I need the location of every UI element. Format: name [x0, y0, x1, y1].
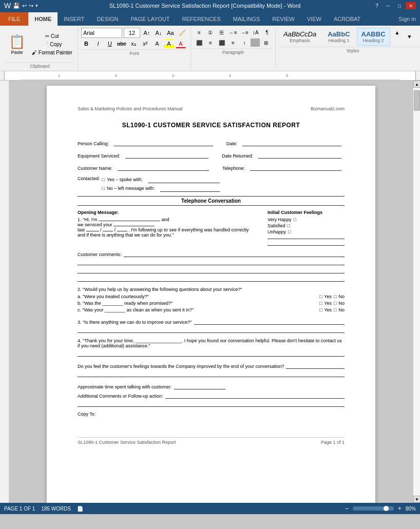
header-left: Sales & Marketing Policies and Procedure… [78, 106, 183, 111]
tab-design[interactable]: DESIGN [90, 12, 124, 26]
font-grow-button[interactable]: A↑ [142, 28, 152, 37]
q2b-text: b. "Was the ________ ready when promised… [78, 301, 173, 306]
styles-expand[interactable]: ⊞ [417, 36, 420, 46]
word-icon: W [4, 2, 11, 10]
para-row1: ≡ ① ☰ ←≡ →≡ ↕A ¶ [194, 28, 272, 37]
paste-icon: 📋 [9, 34, 25, 50]
content-area[interactable]: Sales & Marketing Policies and Procedure… [9, 81, 413, 503]
tab-view[interactable]: VIEW [301, 12, 328, 26]
font-name-input[interactable] [81, 28, 122, 38]
q5-text: Do you feel the customer's feelings towa… [78, 364, 284, 369]
q2-answers: a. "Were you treated courteously?" □ Yes… [78, 294, 345, 312]
yes-checkbox: □ [102, 177, 105, 182]
svg-text:4: 4 [229, 74, 231, 77]
signin-link[interactable]: Sign in [398, 16, 416, 22]
style-heading1[interactable]: AaBbC Heading 1 [323, 28, 354, 46]
q2c-text: c. "Was your ________ as clean as when y… [78, 307, 194, 312]
tab-review[interactable]: REVIEW [266, 12, 300, 26]
q2b-no-label: No [338, 301, 345, 306]
emphasis-preview: AaBbCcDa [283, 30, 316, 38]
heading1-preview: AaBbC [328, 30, 350, 38]
font-shrink-button[interactable]: A↓ [154, 28, 164, 37]
justify-button[interactable]: ≡ [228, 38, 238, 47]
strikethrough-button[interactable]: abc [117, 39, 127, 48]
quick-access-save[interactable]: 💾 [13, 3, 20, 9]
tab-mailings[interactable]: MAILINGS [227, 12, 266, 26]
layout-icon[interactable]: 📄 [77, 506, 83, 512]
increase-indent-button[interactable]: →≡ [239, 28, 250, 37]
multilevel-list-button[interactable]: ☰ [217, 28, 227, 37]
scroll-thumb[interactable] [414, 90, 420, 111]
zoom-out-button[interactable]: − [345, 505, 349, 512]
line-spacing-button[interactable]: ↕ [239, 38, 250, 47]
decrease-indent-button[interactable]: ←≡ [228, 28, 238, 37]
font-size-input[interactable] [124, 28, 140, 38]
paste-label: Paste [11, 50, 23, 55]
additional-comments-line2 [78, 400, 345, 407]
q2a-yes-check: □ [319, 294, 322, 299]
comments-line2 [78, 258, 345, 265]
tab-file[interactable]: FILE [0, 12, 28, 26]
quick-access-redo[interactable]: ↪ [29, 3, 33, 9]
quick-access-undo[interactable]: ↩ [22, 3, 27, 9]
q2c-no-label: No [338, 307, 345, 312]
sort-button[interactable]: ↕A [251, 28, 261, 37]
bullets-button[interactable]: ≡ [194, 28, 204, 37]
tab-page-layout[interactable]: PAGE LAYOUT [125, 12, 176, 26]
close-button[interactable]: ✕ [406, 2, 416, 9]
paste-button[interactable]: 📋 Paste [5, 32, 29, 56]
copy-to-row: Copy To: [78, 411, 345, 417]
borders-button[interactable]: ⊞ [261, 38, 271, 47]
customer-name-row: Customer Name: Telephone: [78, 164, 345, 171]
equipment-row: Equipment Serviced: Date Returned: [78, 151, 345, 159]
opening-text-1: 1. "Hi, I'm [78, 217, 99, 222]
copy-button[interactable]: 📄 Copy [30, 41, 74, 48]
tab-references[interactable]: REFERENCES [176, 12, 227, 26]
subscript-button[interactable]: x₂ [128, 39, 139, 48]
font-color-button[interactable]: A [176, 39, 186, 48]
q2-section: 2. "Would you help us by answering the f… [78, 287, 345, 312]
zoom-thumb [384, 506, 389, 511]
italic-button[interactable]: I [93, 39, 103, 48]
q4-section: 4. "Thank you for your time, ___________… [78, 338, 345, 357]
style-emphasis[interactable]: AaBbCcDa Emphasis [279, 28, 321, 46]
clear-format-button[interactable]: 🧹 [177, 28, 187, 37]
underline-button[interactable]: U [105, 39, 115, 48]
scroll-down-button[interactable]: ▼ [413, 496, 420, 503]
q3-row: 3. "Is there anything we can do to impro… [78, 318, 345, 325]
numbering-button[interactable]: ① [205, 28, 216, 37]
zoom-slider[interactable] [353, 506, 394, 511]
scroll-up-button[interactable]: ▲ [413, 81, 420, 88]
styles-scroll-up[interactable]: ▲ [392, 28, 403, 37]
align-right-button[interactable]: ⬛ [217, 38, 227, 47]
superscript-button[interactable]: x² [140, 39, 150, 48]
date-returned-label: Date Returned: [222, 153, 253, 159]
copy-to-label: Copy To: [78, 412, 96, 417]
zoom-in-button[interactable]: + [398, 505, 402, 512]
shading-button[interactable] [251, 38, 260, 47]
minimize-button[interactable]: ─ [383, 2, 393, 9]
svg-text:5: 5 [286, 74, 288, 77]
change-case-button[interactable]: Aa [165, 28, 176, 37]
maximize-button[interactable]: □ [394, 2, 405, 9]
q3-line [194, 318, 345, 325]
style-heading2[interactable]: AABBC Heading 2 [357, 28, 390, 46]
vertical-scrollbar[interactable]: ▲ ▼ [413, 81, 420, 503]
format-painter-button[interactable]: 🖌 Format Painter [30, 49, 74, 56]
bold-button[interactable]: B [81, 39, 91, 48]
status-bar-left: PAGE 1 OF 1 185 WORDS 📄 [4, 506, 83, 512]
cut-button[interactable]: ✂ Cut [30, 32, 74, 40]
tab-acrobat[interactable]: ACROBAT [328, 12, 367, 26]
font-group: A↑ A↓ Aa 🧹 B I U abc x₂ x² A A A Font [78, 27, 191, 70]
scroll-track[interactable] [413, 88, 420, 496]
align-left-button[interactable]: ⬛ [194, 38, 204, 47]
q2b-yes-check: □ [319, 301, 322, 306]
text-effects-button[interactable]: A [152, 39, 162, 48]
tab-insert[interactable]: INSERT [58, 12, 90, 26]
show-marks-button[interactable]: ¶ [262, 28, 272, 37]
help-button[interactable]: ? [372, 2, 382, 9]
tab-home[interactable]: HOME [28, 12, 58, 26]
align-center-button[interactable]: ≡ [205, 38, 216, 47]
text-highlight-button[interactable]: A [164, 39, 174, 48]
styles-scroll-down[interactable]: ▼ [405, 32, 415, 42]
